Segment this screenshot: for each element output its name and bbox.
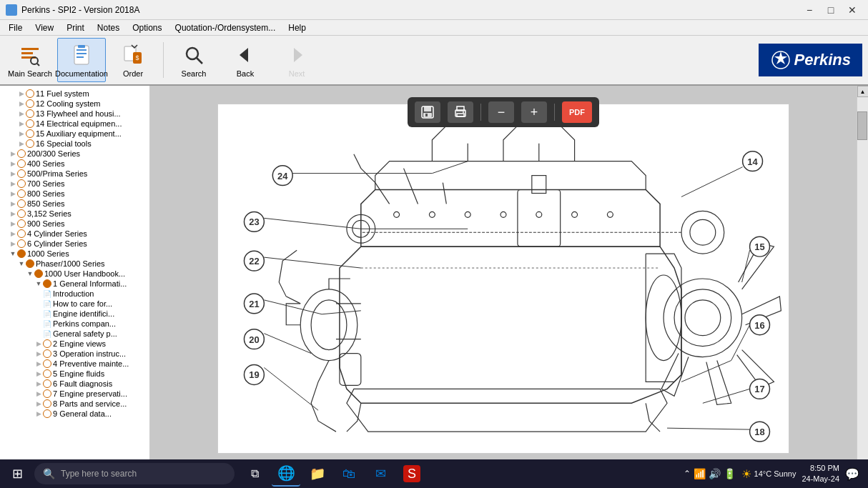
tree-item-phaser[interactable]: ▼Phaser/1000 Series (0, 259, 149, 269)
store-icon: 🛍 (342, 467, 355, 482)
svg-marker-16 (294, 48, 302, 62)
tree-item-13-flywheel[interactable]: ▶13 Flywheel and housi... (0, 109, 149, 119)
minimize-button[interactable]: − (799, 2, 819, 18)
mail-button[interactable]: ✉ (366, 461, 395, 487)
menu-quotation[interactable]: Quotation-/Ordensystem... (169, 21, 282, 34)
tree-item-3152[interactable]: ▶3,152 Series (0, 209, 149, 219)
tree-item-6-fault[interactable]: ▶6 Fault diagnosis (0, 379, 149, 389)
scrollbar-thumb[interactable] (857, 111, 867, 140)
tree-item-800[interactable]: ▶800 Series (0, 189, 149, 199)
node-icon (17, 219, 26, 228)
tree-label: 14 Electrical equipmen... (36, 119, 122, 128)
zoom-in-button[interactable]: + (521, 101, 547, 123)
tree-item-900[interactable]: ▶900 Series (0, 219, 149, 229)
tree-label: Perkins compan... (53, 319, 116, 328)
expand-arrow: ▶ (17, 139, 26, 148)
taskbar-right: ⌃ 📶 🔊 🔋 ☀ 14°C Sunny 8:50 PM 24-May-24 💬 (684, 463, 865, 485)
save-diagram-button[interactable] (415, 101, 440, 123)
tree-item-850[interactable]: ▶850 Series (0, 199, 149, 209)
tree-item-1-general[interactable]: ▼1 General Informati... (0, 279, 149, 289)
network-icon: 📶 (694, 468, 706, 479)
svg-rect-41 (518, 189, 561, 247)
tree-label: 6 Fault diagnosis (53, 379, 112, 388)
start-button[interactable]: ⊞ (3, 461, 31, 487)
main-search-button[interactable]: Main Search (6, 38, 54, 82)
notification-icon[interactable]: 💬 (845, 467, 859, 481)
time-display: 8:50 PM (802, 463, 839, 474)
tree-item-14-electrical[interactable]: ▶14 Electrical equipmen... (0, 119, 149, 129)
menu-notes[interactable]: Notes (92, 21, 125, 34)
tree-item-4cyl[interactable]: ▶4 Cylinder Series (0, 229, 149, 239)
tree-item-15-auxiliary[interactable]: ▶15 Auxiliary equipment... (0, 129, 149, 139)
zoom-out-button[interactable]: − (488, 101, 514, 123)
task-view-button[interactable]: ⧉ (240, 461, 269, 487)
expand-arrow: ▶ (34, 369, 43, 378)
tree-item-8-parts[interactable]: ▶8 Parts and service... (0, 399, 149, 409)
tree-item-4-preventive[interactable]: ▶4 Preventive mainte... (0, 359, 149, 369)
svg-text:16: 16 (754, 319, 764, 330)
tree-item-engine-id[interactable]: 📄Engine identifici... (0, 309, 149, 319)
node-icon (26, 259, 34, 268)
documentation-button[interactable]: Documentation (57, 38, 106, 82)
order-button[interactable]: $ Order (109, 38, 157, 82)
svg-rect-7 (77, 53, 87, 54)
svg-rect-42 (532, 175, 546, 193)
tree-item-perkins-comp[interactable]: 📄Perkins compan... (0, 319, 149, 329)
doc-icon: 📄 (43, 319, 51, 328)
svg-point-25 (463, 111, 464, 113)
tree-item-400[interactable]: ▶400 Series (0, 159, 149, 169)
tree-item-1000[interactable]: ▼1000 Series (0, 249, 149, 259)
taskbar-search[interactable]: 🔍 Type here to search (34, 463, 235, 484)
menu-view[interactable]: View (29, 21, 59, 34)
svg-point-34 (394, 211, 400, 217)
maximize-button[interactable]: □ (821, 2, 841, 18)
clock-display[interactable]: 8:50 PM 24-May-24 (802, 463, 839, 485)
tree-item-general-safety[interactable]: 📄General safety p... (0, 329, 149, 339)
tree-item-5-fluids[interactable]: ▶5 Engine fluids (0, 369, 149, 379)
tree-item-9-general[interactable]: ▶9 General data... (0, 409, 149, 419)
tree-item-500-prima[interactable]: ▶500/Prima Series (0, 169, 149, 179)
tree-label: 7 Engine preservati... (53, 389, 127, 398)
tree-item-7-preservation[interactable]: ▶7 Engine preservati... (0, 389, 149, 399)
main-search-icon (17, 42, 43, 68)
print-diagram-button[interactable] (448, 101, 473, 123)
tree-label: Introduction (53, 289, 94, 298)
svg-rect-6 (77, 49, 87, 51)
tree-item-introduction[interactable]: 📄Introduction (0, 289, 149, 299)
menu-help[interactable]: Help (282, 21, 312, 34)
tree-container[interactable]: ▶11 Fuel system▶12 Cooling system▶13 Fly… (0, 86, 149, 471)
search-button[interactable]: Search (169, 38, 218, 82)
next-button[interactable]: Next (272, 38, 321, 82)
app6-button[interactable]: S (398, 461, 426, 487)
expand-arrow: ▶ (17, 89, 26, 98)
right-scrollbar[interactable]: ▲ ▼ (857, 86, 868, 471)
back-button[interactable]: Back (221, 38, 270, 82)
doc-icon: 📄 (43, 299, 51, 308)
next-icon (284, 42, 310, 68)
pdf-button[interactable]: PDF (562, 101, 592, 123)
scroll-up-button[interactable]: ▲ (857, 86, 869, 97)
node-icon (26, 139, 34, 148)
close-button[interactable]: ✕ (842, 2, 862, 18)
tree-item-700[interactable]: ▶700 Series (0, 179, 149, 189)
explorer-button[interactable]: 📁 (303, 461, 332, 487)
menu-options[interactable]: Options (127, 21, 167, 34)
store-button[interactable]: 🛍 (335, 461, 363, 487)
edge-button[interactable]: 🌐 (272, 461, 300, 487)
tree-label: 700 Series (27, 179, 65, 188)
tree-item-12-cooling[interactable]: ▶12 Cooling system (0, 99, 149, 109)
tree-item-16-special[interactable]: ▶16 Special tools (0, 139, 149, 149)
tray-arrow[interactable]: ⌃ (684, 469, 691, 479)
node-icon (17, 249, 26, 258)
tree-item-howto[interactable]: 📄How to care for... (0, 299, 149, 309)
menu-print[interactable]: Print (61, 21, 90, 34)
tree-item-200-300[interactable]: ▶200/300 Series (0, 149, 149, 159)
svg-text:21: 21 (249, 298, 259, 309)
tree-item-1000-handbook[interactable]: ▼1000 User Handbook... (0, 269, 149, 279)
tree-item-6cyl[interactable]: ▶6 Cylinder Series (0, 239, 149, 249)
tree-item-2-engine[interactable]: ▶2 Engine views (0, 339, 149, 349)
scrollbar-track[interactable] (857, 97, 868, 459)
tree-item-11-fuel[interactable]: ▶11 Fuel system (0, 89, 149, 99)
menu-file[interactable]: File (3, 21, 28, 34)
tree-item-3-operation[interactable]: ▶3 Operation instruc... (0, 349, 149, 359)
